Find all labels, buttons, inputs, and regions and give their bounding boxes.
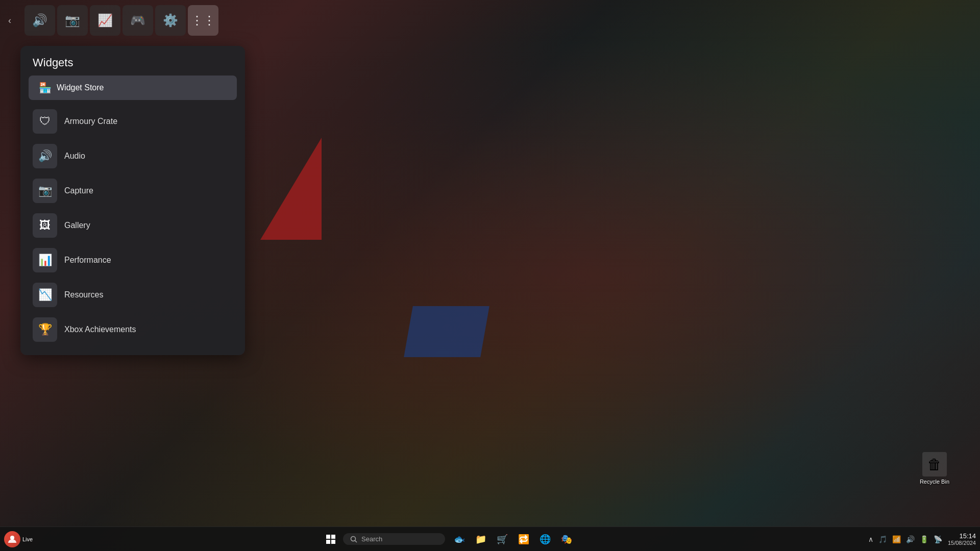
taskbar-live-label: Live [22, 536, 33, 542]
taskbar-app-browser[interactable]: 🌐 [535, 530, 555, 548]
clock[interactable]: 15:14 15/08/2024 [948, 532, 976, 546]
taskbar-right: ∧ 🎵 📶 🔊 🔋 📡 15:14 15/08/2024 [867, 532, 980, 546]
gallery-label: Gallery [64, 221, 90, 230]
gallery-icon: 🖼 [33, 213, 57, 238]
resources-label: Resources [64, 290, 103, 299]
widget-item-armoury-crate[interactable]: 🛡 Armoury Crate [24, 104, 241, 139]
taskbar-app-fish[interactable]: 🐟 [449, 530, 470, 548]
widget-item-xbox-achievements[interactable]: 🏆 Xbox Achievements [24, 312, 241, 347]
performance-label: Performance [64, 256, 111, 265]
tray-network[interactable]: 📶 [891, 534, 902, 544]
tray-volume[interactable]: 🔊 [904, 534, 916, 544]
recycle-bin-label: Recycle Bin [920, 479, 949, 485]
svg-rect-2 [331, 535, 335, 539]
audio-toolbar-button[interactable]: 🔊 [24, 5, 55, 36]
widget-item-resources[interactable]: 📉 Resources [24, 278, 241, 312]
widget-list: 🛡 Armoury Crate 🔊 Audio 📷 Capture 🖼 Gall… [20, 104, 245, 347]
svg-line-6 [355, 540, 357, 542]
capture-toolbar-button[interactable]: 📷 [57, 5, 88, 36]
svg-rect-4 [331, 540, 335, 544]
clock-date: 15/08/2024 [948, 540, 976, 546]
system-tray: ∧ 🎵 📶 🔊 🔋 📡 [867, 534, 944, 544]
widget-store-button[interactable]: 🏪 Widget Store [29, 76, 237, 100]
taskbar-app-chrome[interactable]: 🎭 [556, 530, 577, 548]
audio-label: Audio [64, 152, 85, 161]
gamevisual-toolbar-button[interactable]: 🎮 [122, 5, 153, 36]
armoury-crate-label: Armoury Crate [64, 117, 117, 126]
xbox-achievements-label: Xbox Achievements [64, 325, 136, 334]
taskbar-user-avatar[interactable] [4, 531, 20, 547]
widget-panel-title: Widgets [33, 56, 73, 69]
tray-battery[interactable]: 🔋 [918, 534, 930, 544]
settings-toolbar-button[interactable]: ⚙️ [155, 5, 186, 36]
search-bar[interactable]: Search [343, 533, 445, 545]
widget-item-performance[interactable]: 📊 Performance [24, 243, 241, 278]
widget-toolbar: ‹ 🔊 📷 📈 🎮 ⚙️ ⋮⋮ [0, 0, 980, 41]
audio-icon: 🔊 [33, 144, 57, 168]
recycle-bin-icon: 🗑 [922, 452, 947, 477]
widget-panel: Widgets 🏪 Widget Store 🛡 Armoury Crate 🔊… [20, 46, 245, 355]
armoury-crate-icon: 🛡 [33, 109, 57, 134]
back-button[interactable]: ‹ [0, 11, 19, 30]
taskbar-app-store[interactable]: 🛒 [492, 530, 512, 548]
widget-store-label: Widget Store [57, 83, 104, 92]
tray-wifi[interactable]: 📡 [932, 534, 944, 544]
svg-point-0 [10, 536, 14, 540]
widget-store-icon: 🏪 [39, 82, 52, 94]
tray-chevron[interactable]: ∧ [867, 534, 875, 544]
tray-music[interactable]: 🎵 [877, 534, 889, 544]
widget-panel-header: Widgets [20, 46, 245, 76]
svg-rect-3 [326, 540, 330, 544]
toolbar-buttons: 🔊 📷 📈 🎮 ⚙️ ⋮⋮ [19, 5, 224, 36]
taskbar-left: Live [0, 531, 33, 547]
capture-icon: 📷 [33, 179, 57, 203]
manga-decoration-2 [404, 306, 489, 357]
more-toolbar-button[interactable]: ⋮⋮ [188, 5, 218, 36]
taskbar-app-folder[interactable]: 📁 [471, 530, 491, 548]
start-button[interactable] [321, 530, 341, 548]
manga-decoration [260, 138, 322, 240]
resources-icon: 📉 [33, 283, 57, 307]
widget-item-gallery[interactable]: 🖼 Gallery [24, 208, 241, 243]
taskbar-app-icons: 🐟 📁 🛒 🔁 🌐 🎭 [447, 530, 579, 548]
taskbar: Live Search 🐟 📁 🛒 🔁 🌐 🎭 [0, 527, 980, 551]
clock-time: 15:14 [959, 532, 976, 540]
search-placeholder: Search [361, 535, 382, 543]
performance-icon: 📊 [33, 248, 57, 272]
taskbar-center: Search 🐟 📁 🛒 🔁 🌐 🎭 [33, 530, 867, 548]
performance-toolbar-button[interactable]: 📈 [90, 5, 120, 36]
widget-item-audio[interactable]: 🔊 Audio [24, 139, 241, 173]
svg-rect-1 [326, 535, 330, 539]
recycle-bin-desktop-icon[interactable]: 🗑 Recycle Bin [920, 452, 949, 485]
svg-point-5 [351, 536, 356, 541]
xbox-achievements-icon: 🏆 [33, 317, 57, 342]
widget-item-capture[interactable]: 📷 Capture [24, 173, 241, 208]
capture-label: Capture [64, 186, 93, 195]
taskbar-app-refresh[interactable]: 🔁 [513, 530, 534, 548]
